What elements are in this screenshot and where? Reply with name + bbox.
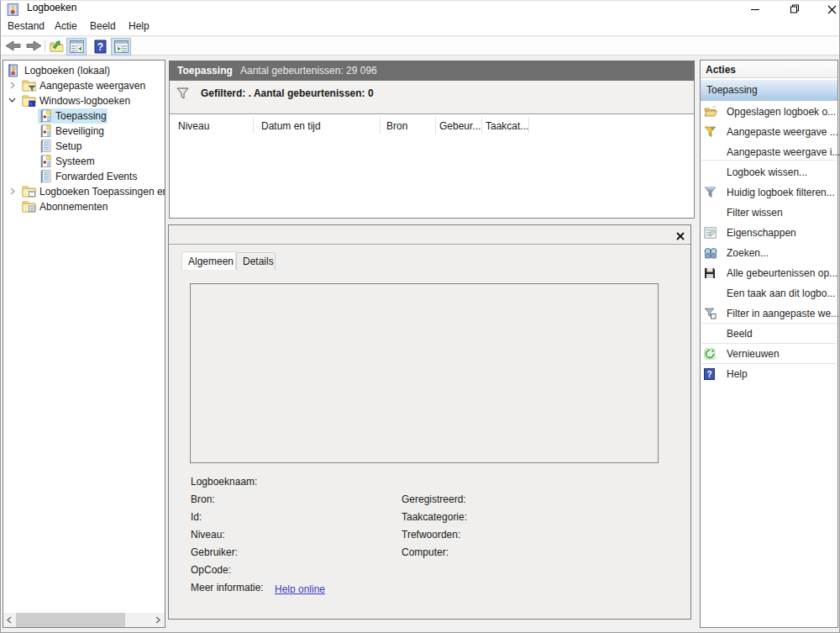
svg-text:?: ?	[706, 370, 711, 379]
svg-text:?: ?	[97, 41, 103, 53]
